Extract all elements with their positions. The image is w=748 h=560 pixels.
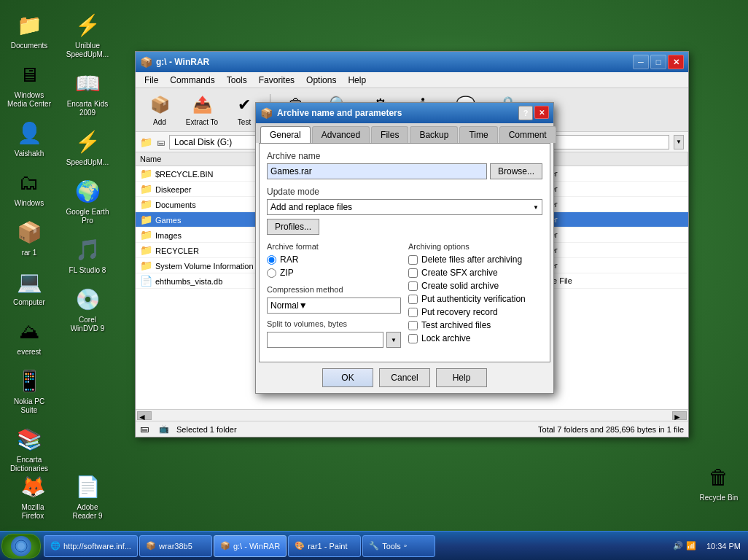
winrar-label: g:\ - WinRAR — [233, 542, 280, 551]
menu-options[interactable]: Options — [300, 74, 342, 87]
taskbar: 🌐 http://software.inf... 📦 wrar38b5 📦 g:… — [0, 531, 748, 560]
radio-zip[interactable] — [267, 268, 276, 278]
checkbox-delete-input[interactable] — [408, 255, 418, 265]
hscroll-track[interactable] — [152, 411, 672, 420]
desktop-icon-computer[interactable]: 💻 Computer — [4, 264, 55, 310]
desktop-icon-wmc[interactable]: 🖥 Windows Media Center — [4, 57, 55, 112]
split-row: ▼ — [267, 332, 401, 348]
desktop-icon-corel[interactable]: 💿 Corel WinDVD 9 — [62, 281, 113, 336]
winrar-icon: 📦 — [220, 541, 230, 551]
vaishakh-label: Vaishakh — [15, 149, 44, 158]
hscroll-left[interactable]: ◄ — [137, 411, 152, 420]
dialog-help-icon[interactable]: ? — [518, 106, 533, 120]
desktop-icon-speedup[interactable]: ⚡ SpeedUpM... — [62, 124, 113, 170]
desktop-icon-windows[interactable]: 🗂 Windows — [4, 165, 55, 211]
computer-icon: 💻 — [15, 267, 44, 296]
compression-dropdown[interactable]: Normal ▼ — [267, 298, 401, 314]
corel-icon: 💿 — [73, 284, 102, 314]
desktop-icon-rar1[interactable]: 📦 rar 1 — [4, 214, 55, 260]
hscroll-right[interactable]: ► — [672, 411, 687, 420]
address-prefix: 🖴 — [157, 138, 165, 147]
checkbox-lock-input[interactable] — [408, 334, 418, 343]
test-label: Test — [238, 118, 251, 126]
archive-name-label: Archive name — [267, 151, 542, 161]
paint-label: rar1 - Paint — [308, 542, 347, 551]
checkbox-recovery-input[interactable] — [408, 308, 418, 317]
archive-name-input[interactable] — [267, 163, 487, 179]
checkbox-solid-input[interactable] — [408, 281, 418, 291]
tray-icons: 🔊 — [673, 541, 683, 551]
update-mode-dropdown[interactable]: Add and replace files ▼ — [267, 199, 542, 215]
extract-icon: 📤 — [190, 94, 214, 117]
menu-file[interactable]: File — [139, 74, 164, 87]
h-scrollbar[interactable]: ◄ ► — [136, 409, 688, 421]
radio-rar[interactable] — [267, 255, 276, 265]
profiles-button[interactable]: Profiles... — [267, 219, 319, 235]
desktop-icon-google-earth[interactable]: 🌍 Google Earth Pro — [62, 174, 113, 228]
taskbar-item-tools[interactable]: 🔧 Tools » — [362, 535, 435, 557]
minimize-button[interactable]: ─ — [633, 55, 649, 69]
start-button[interactable] — [1, 534, 41, 559]
taskbar-item-wrar[interactable]: 📦 wrar38b5 — [139, 535, 212, 557]
split-input[interactable] — [267, 332, 383, 348]
browse-button[interactable]: Browse... — [490, 163, 542, 179]
taskbar-item-rar1-paint[interactable]: 🎨 rar1 - Paint — [288, 535, 361, 557]
documents-icon: 📁 — [15, 10, 44, 39]
desktop-icon-recycle[interactable]: 🗑 Recycle Bin — [693, 459, 744, 505]
tab-advanced[interactable]: Advanced — [312, 126, 370, 143]
taskbar-item-ie[interactable]: 🌐 http://software.inf... — [44, 535, 138, 557]
tab-time[interactable]: Time — [459, 126, 497, 143]
left-column: Archive format RAR ZIP Compression metho… — [267, 242, 401, 348]
checkbox-test-label: Test archived files — [421, 320, 491, 330]
desktop-icon-firefox[interactable]: 🦊 Mozilla Firefox — [7, 469, 58, 524]
update-mode-section: Update mode Add and replace files ▼ — [267, 187, 542, 215]
menu-commands[interactable]: Commands — [164, 74, 220, 87]
recycle-label: Recycle Bin — [700, 494, 739, 502]
encarta-kids-label: Encarta Kids 2009 — [65, 100, 110, 117]
dialog-close-button[interactable]: ✕ — [534, 106, 549, 119]
menu-favorites[interactable]: Favorites — [253, 74, 300, 87]
checkbox-lock: Lock archive — [408, 333, 542, 343]
everest-icon: ⛰ — [15, 316, 44, 346]
ok-button[interactable]: OK — [322, 368, 373, 387]
desktop-icon-uniblue[interactable]: ⚡ Uniblue SpeedUpM... — [62, 7, 113, 62]
uniblue-icon: ⚡ — [73, 10, 102, 39]
desktop-icon-adobe[interactable]: 📄 Adobe Reader 9 — [62, 469, 113, 524]
split-dropdown[interactable]: ▼ — [386, 332, 401, 348]
toolbar-extract-button[interactable]: 📤 Extract To — [182, 91, 222, 129]
tab-general[interactable]: General — [260, 126, 311, 143]
tab-files[interactable]: Files — [371, 126, 408, 143]
tab-backup[interactable]: Backup — [410, 126, 458, 143]
address-dropdown[interactable]: ▼ — [674, 135, 684, 149]
update-mode-value: Add and replace files — [270, 202, 352, 212]
desktop-icon-nokia[interactable]: 📱 Nokia PC Suite — [4, 363, 55, 418]
checkbox-sfx-input[interactable] — [408, 268, 418, 278]
desktop-icon-vaishakh[interactable]: 👤 Vaishakh — [4, 115, 55, 161]
help-button[interactable]: Help — [436, 368, 487, 387]
desktop-icon-documents[interactable]: 📁 Documents — [4, 7, 55, 53]
tab-comment[interactable]: Comment — [499, 126, 556, 143]
checkbox-auth-input[interactable] — [408, 295, 418, 304]
tools-label: Tools — [382, 542, 401, 551]
desktop-icon-everest[interactable]: ⛰ everest — [4, 314, 55, 359]
close-button[interactable]: ✕ — [668, 55, 684, 69]
dropdown-arrow: ▼ — [533, 204, 539, 211]
wrar-icon: 📦 — [146, 541, 156, 551]
menu-help[interactable]: Help — [342, 74, 372, 87]
maximize-button[interactable]: □ — [650, 55, 666, 69]
dialog-buttons: OK Cancel Help — [256, 362, 553, 393]
split-label: Split to volumes, bytes — [267, 319, 401, 328]
test-icon: ✔ — [233, 94, 256, 117]
google-earth-icon: 🌍 — [73, 176, 102, 206]
cancel-button[interactable]: Cancel — [379, 368, 430, 387]
menu-tools[interactable]: Tools — [221, 74, 253, 87]
ie-icon: 🌐 — [50, 541, 61, 551]
desktop-icon-encarta-kids[interactable]: 📖 Encarta Kids 2009 — [62, 66, 113, 120]
taskbar-item-winrar[interactable]: 📦 g:\ - WinRAR — [214, 535, 287, 557]
checkbox-test-input[interactable] — [408, 321, 418, 330]
speedup-icon: ⚡ — [73, 127, 102, 156]
status-bar: 🖴 📺 Selected 1 folder Total 7 folders an… — [136, 421, 688, 437]
compression-label: Compression method — [267, 285, 401, 294]
toolbar-add-button[interactable]: 📦 Add — [140, 91, 179, 129]
desktop-icon-fl-studio[interactable]: 🎵 FL Studio 8 — [62, 232, 113, 278]
